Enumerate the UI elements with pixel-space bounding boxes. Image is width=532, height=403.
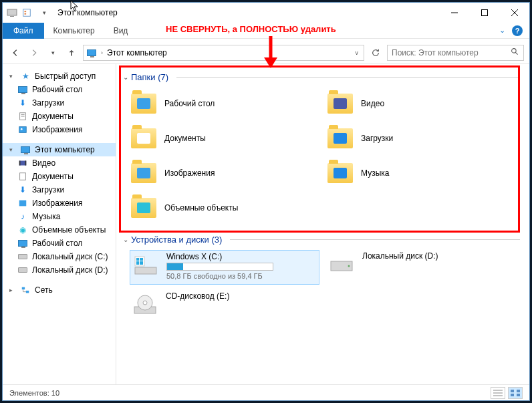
folder-item[interactable]: Документы [130, 122, 319, 154]
qat-properties-icon[interactable] [19, 5, 35, 20]
folder-icon [130, 159, 158, 187]
forward-button[interactable] [27, 45, 41, 60]
icons-view-button[interactable] [508, 387, 523, 399]
svg-rect-1 [10, 16, 14, 17]
folder-item[interactable]: Изображения [130, 157, 319, 189]
desktop-icon [17, 84, 28, 95]
nav-videos[interactable]: Видео [3, 156, 116, 170]
folder-label: Загрузки [361, 134, 393, 143]
folder-label: Видео [361, 99, 384, 108]
nav-quick-access[interactable]: ▾ ★ Быстрый доступ [3, 70, 116, 83]
drive-icon [131, 291, 159, 319]
ribbon: Файл Компьютер Вид ⌄ ? [3, 23, 529, 39]
ribbon-expand-icon[interactable]: ⌄ [499, 26, 505, 35]
drive-label: CD-дисковод (E:) [166, 291, 318, 301]
nav-downloads2[interactable]: ⬇Загрузки [3, 183, 116, 196]
nav-desktop2[interactable]: Рабочий стол [3, 237, 116, 250]
search-icon[interactable] [511, 47, 519, 58]
video-icon [17, 158, 28, 168]
folder-icon [326, 90, 354, 118]
chevron-right-icon[interactable]: ▸ [9, 287, 16, 293]
status-count: 10 [51, 389, 59, 397]
drive-item[interactable]: CD-дисковод (E:) [130, 290, 319, 325]
nav-pictures[interactable]: Изображения [3, 123, 116, 136]
svg-rect-26 [140, 258, 143, 261]
folders-section-header[interactable]: ⌄ Папки (7) [118, 68, 523, 85]
chevron-down-icon[interactable]: ▾ [9, 73, 16, 80]
nav-3d[interactable]: ◉Объемные объекты [3, 223, 116, 237]
svg-rect-14 [19, 127, 27, 133]
folder-icon [130, 90, 158, 118]
svg-rect-27 [136, 261, 139, 265]
tab-computer[interactable]: Компьютер [44, 23, 104, 39]
address-dropdown-icon[interactable]: v [353, 49, 362, 56]
desktop-icon [17, 238, 28, 249]
nav-pictures2[interactable]: Изображения [3, 196, 116, 210]
folder-item[interactable]: Видео [326, 88, 516, 120]
search-input[interactable] [392, 48, 511, 57]
help-icon[interactable]: ? [512, 25, 523, 36]
svg-rect-21 [22, 287, 25, 290]
svg-point-33 [143, 301, 147, 305]
quick-access-toolbar: ▾ [3, 5, 52, 20]
svg-rect-18 [25, 161, 27, 166]
back-button[interactable] [8, 45, 23, 60]
drive-icon [327, 251, 356, 279]
minimize-button[interactable] [439, 3, 469, 23]
nav-this-pc[interactable]: ▾ Этот компьютер [3, 143, 116, 156]
up-button[interactable] [64, 45, 79, 60]
folder-item[interactable]: Рабочий стол [130, 88, 319, 120]
svg-rect-22 [26, 291, 29, 293]
star-icon: ★ [20, 71, 31, 82]
svg-point-30 [348, 265, 350, 267]
chevron-down-icon[interactable]: ⌄ [123, 236, 128, 243]
folder-item[interactable]: Объемные объекты [130, 192, 319, 224]
drive-icon [17, 265, 28, 275]
nav-documents[interactable]: Документы [3, 110, 116, 123]
explorer-window: ▾ Этот компьютер Файл Компьютер Вид ⌄ ? … [2, 2, 530, 401]
window-title: Этот компьютер [57, 8, 118, 17]
folder-item[interactable]: Загрузки [326, 122, 516, 154]
svg-rect-20 [19, 200, 27, 207]
nav-downloads[interactable]: ⬇Загрузки [3, 96, 116, 110]
details-view-button[interactable] [491, 387, 505, 399]
folder-icon [326, 159, 354, 187]
folder-label: Музыка [361, 168, 389, 178]
tab-file[interactable]: Файл [3, 23, 44, 39]
chevron-down-icon[interactable]: ▾ [9, 146, 16, 153]
svg-rect-39 [511, 394, 514, 396]
chevron-down-icon[interactable]: ⌄ [123, 74, 128, 81]
svg-rect-28 [140, 261, 143, 265]
folder-icon [130, 124, 158, 152]
music-icon: ♪ [17, 211, 28, 222]
refresh-button[interactable] [368, 48, 383, 57]
folder-icon [326, 124, 354, 152]
tab-view[interactable]: Вид [104, 23, 138, 39]
nav-network[interactable]: ▸ Сеть [3, 283, 116, 297]
location-icon [86, 47, 97, 58]
qat-dropdown-icon[interactable]: ▾ [36, 5, 52, 20]
status-bar: Элементов: 10 [3, 384, 529, 400]
document-icon [17, 111, 28, 122]
nav-desktop[interactable]: Рабочий стол [3, 83, 116, 96]
maximize-button[interactable] [469, 3, 499, 23]
nav-documents2[interactable]: Документы [3, 170, 116, 183]
drives-section-header[interactable]: ⌄ Устройства и диски (3) [118, 231, 523, 247]
svg-rect-4 [25, 13, 27, 15]
folder-item[interactable]: Музыка [326, 157, 516, 189]
body: ▾ ★ Быстрый доступ Рабочий стол ⬇Загрузк… [3, 64, 529, 384]
picture-icon [17, 198, 28, 209]
drive-item[interactable]: Windows X (C:)50,8 ГБ свободно из 59,4 Г… [130, 250, 319, 285]
drive-item[interactable]: Локальный диск (D:) [326, 250, 516, 285]
search-box[interactable] [387, 45, 524, 61]
drive-icon [132, 252, 160, 280]
close-button[interactable] [499, 3, 529, 23]
address-bar[interactable]: › Этот компьютер v [83, 45, 364, 61]
computer-icon [20, 144, 31, 155]
svg-rect-38 [517, 390, 520, 392]
recent-dropdown-icon[interactable]: ▾ [45, 45, 60, 60]
nav-music[interactable]: ♪Музыка [3, 210, 116, 223]
nav-drive-d[interactable]: Локальный диск (D:) [3, 263, 116, 277]
nav-drive-c[interactable]: Локальный диск (C:) [3, 250, 116, 263]
svg-rect-6 [481, 10, 487, 16]
